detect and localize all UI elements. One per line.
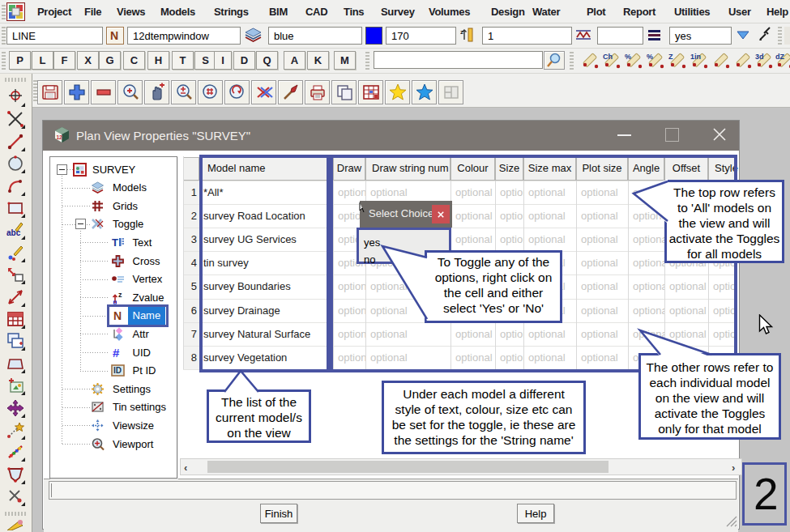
- svg-text:3d: 3d: [755, 53, 764, 61]
- svg-text:%: %: [647, 53, 653, 61]
- svg-text:Z: Z: [668, 53, 673, 61]
- svg-text:Ch: Ch: [603, 53, 613, 61]
- svg-text:1in: 1in: [690, 53, 701, 61]
- svg-text:z: z: [460, 28, 463, 36]
- svg-text:dZ: dZ: [775, 53, 784, 61]
- svg-text:%: %: [625, 53, 631, 61]
